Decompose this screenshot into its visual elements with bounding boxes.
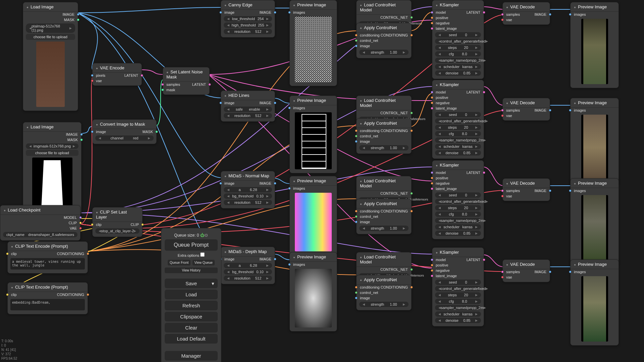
preview-thumbnail <box>295 17 332 82</box>
power-icon: ⏻ <box>200 233 204 238</box>
extra-options-checkbox[interactable] <box>200 252 205 257</box>
preview-thumbnail <box>295 269 332 327</box>
node-preview-out-1[interactable]: Preview Image images <box>570 2 619 88</box>
node-vae-decode-2[interactable]: VAE Decode samplesIMAGE vae <box>502 98 550 121</box>
clear-button[interactable]: Clear <box>165 323 218 333</box>
node-ksampler-3[interactable]: KSamplermodelLATENTpositivenegativelaten… <box>432 160 484 239</box>
node-title[interactable]: CLIP Set Last Layer <box>93 207 142 222</box>
node-midas-normal[interactable]: MiDaS - Normal Map imageIMAGE ◀a6.28▶ ◀b… <box>221 171 275 208</box>
prompt-textarea[interactable]: embedding:BadDream, <box>10 299 85 310</box>
node-preview-out-3[interactable]: Preview Image images <box>570 178 619 264</box>
node-apply-cnet-2[interactable]: Apply ControlNet conditioningCONDITIONIN… <box>356 118 412 154</box>
node-title[interactable]: Set Latent Noise Mask <box>163 67 209 82</box>
node-title[interactable]: VAE Decode <box>503 98 550 108</box>
node-title[interactable]: Apply ControlNet <box>357 199 411 208</box>
node-load-checkpoint[interactable]: Load Checkpoint MODEL CLIP VAE ckpt_name… <box>0 205 80 241</box>
node-preview-normal[interactable]: Preview Image images <box>289 176 337 255</box>
chevron-down-icon: ▾ <box>212 281 214 287</box>
node-title[interactable]: KSampler <box>432 0 484 10</box>
stop-at-widget[interactable]: ◀stop_at_clip_layer-2▶ <box>95 228 140 234</box>
load-button[interactable]: Load <box>165 290 218 299</box>
prompt-textarea[interactable]: a medieval tower, vines running up the w… <box>10 258 85 269</box>
node-title[interactable]: Load Image <box>23 2 78 12</box>
node-title[interactable]: KSampler <box>432 248 484 257</box>
node-preview-canny[interactable]: Preview Image images <box>289 0 337 86</box>
node-convert-image-to-mask[interactable]: Convert Image to Mask imageMASK ◀channel… <box>92 119 157 144</box>
node-title[interactable]: Load Image <box>23 122 81 132</box>
extra-options-row[interactable]: Extra options <box>165 252 218 257</box>
node-apply-cnet-1[interactable]: Apply ControlNet conditioningCONDITIONIN… <box>356 23 412 58</box>
node-title[interactable]: Apply ControlNet <box>357 23 411 33</box>
node-ksampler-4[interactable]: KSamplermodelLATENTpositivenegativelaten… <box>432 247 484 326</box>
node-title[interactable]: MiDaS - Depth Map <box>221 247 275 256</box>
node-title[interactable]: Apply ControlNet <box>357 275 411 285</box>
node-title[interactable]: Load ControlNet Model <box>357 96 411 110</box>
queue-prompt-button[interactable]: Queue Prompt <box>165 239 218 251</box>
view-history-button[interactable]: View History <box>165 267 218 273</box>
node-title[interactable]: Load ControlNet Model <box>357 176 411 191</box>
node-preview-hed[interactable]: Preview Image images <box>289 96 337 173</box>
node-title[interactable]: HED Lines <box>221 91 275 100</box>
node-title[interactable]: Preview Image <box>290 96 337 105</box>
image-thumbnail <box>32 158 72 211</box>
node-title[interactable]: Load Checkpoint <box>0 205 80 215</box>
node-title[interactable]: Apply ControlNet <box>357 119 411 128</box>
save-button[interactable]: Save▾ <box>165 279 218 288</box>
node-title[interactable]: Load ControlNet Model <box>357 252 411 267</box>
node-clip-set-last-layer[interactable]: CLIP Set Last Layer clipCLIP ◀stop_at_cl… <box>92 207 143 237</box>
filename-widget[interactable]: ◀imgmask-512x768.png▶ <box>26 143 78 149</box>
node-apply-cnet-4[interactable]: Apply ControlNet conditioningCONDITIONIN… <box>356 275 412 310</box>
node-title[interactable]: VAE Decode <box>503 260 550 269</box>
node-title[interactable]: Preview Image <box>571 260 619 269</box>
channel-widget[interactable]: ◀channelred▶ <box>95 135 154 141</box>
node-load-image-2[interactable]: Load Image IMAGE MASK ◀imgmask-512x768.p… <box>23 122 82 215</box>
control-panel[interactable]: Queue size: 0 ⏻⚙ Queue Prompt Extra opti… <box>161 228 221 362</box>
node-clip-text-encode-pos[interactable]: CLIP Text Encode (Prompt) clipCONDITIONI… <box>7 241 88 274</box>
node-title[interactable]: CLIP Text Encode (Prompt) <box>8 283 88 292</box>
node-title[interactable]: CLIP Text Encode (Prompt) <box>8 242 88 251</box>
ckpt-widget[interactable]: ckpt_namedreamshaper_8.safetensors <box>3 232 77 237</box>
load-default-button[interactable]: Load Default <box>165 334 218 344</box>
node-ksampler-2[interactable]: KSamplermodelLATENTpositivenegativelaten… <box>432 80 484 159</box>
node-load-image-1[interactable]: Load Image IMAGE MASK ◀ptalmap-512x768 (… <box>23 2 78 111</box>
node-title[interactable]: Load ControlNet Model <box>357 0 411 15</box>
choose-file-button[interactable]: choose file to upload <box>26 150 78 156</box>
choose-file-button[interactable]: choose file to upload <box>26 34 75 40</box>
node-canny-edge[interactable]: Canny Edge imageIMAGE ◀low_threshold254▶… <box>221 0 275 38</box>
queue-front-button[interactable]: Queue Front <box>168 260 191 265</box>
node-title[interactable]: Preview Image <box>290 176 337 186</box>
node-set-latent-noise-mask[interactable]: Set Latent Noise Mask samplesLATENT mask <box>163 67 210 95</box>
refresh-button[interactable]: Refresh <box>165 301 218 310</box>
node-title[interactable]: MiDaS - Normal Map <box>221 171 275 181</box>
node-preview-out-4[interactable]: Preview Image images <box>570 259 619 346</box>
node-preview-depth[interactable]: Preview Image images <box>289 252 337 331</box>
filename-widget[interactable]: ◀ptalmap-512x768 (1).png▶ <box>26 23 75 33</box>
node-title[interactable]: Preview Image <box>571 98 619 108</box>
node-title[interactable]: Convert Image to Mask <box>93 120 156 129</box>
node-title[interactable]: Preview Image <box>290 0 337 10</box>
node-apply-cnet-3[interactable]: Apply ControlNet conditioningCONDITIONIN… <box>356 199 412 234</box>
view-queue-button[interactable]: View Queue <box>193 260 215 265</box>
perf-stats: T: 0.00s I: 0 N: 41 [41] V: 372 FPS:64.5… <box>1 339 17 361</box>
clipspace-button[interactable]: Clipspace <box>165 312 218 321</box>
node-title[interactable]: Preview Image <box>571 179 619 188</box>
node-ksampler-1[interactable]: KSamplermodelLATENTpositivenegativelaten… <box>432 0 484 79</box>
node-title[interactable]: Preview Image <box>571 2 619 12</box>
node-hed-lines[interactable]: HED Lines imageIMAGE ◀safeenable▶ ◀resol… <box>221 90 275 122</box>
node-midas-depth[interactable]: MiDaS - Depth Map imageIMAGE ◀a6.28▶ ◀bg… <box>221 247 275 284</box>
node-title[interactable]: Canny Edge <box>221 0 275 10</box>
node-vae-decode-1[interactable]: VAE Decode samplesIMAGE vae <box>502 2 550 25</box>
node-title[interactable]: VAE Decode <box>503 2 550 12</box>
node-title[interactable]: Preview Image <box>290 252 337 262</box>
node-title[interactable]: VAE Decode <box>503 179 550 188</box>
node-title[interactable]: VAE Encode <box>93 63 142 73</box>
node-vae-decode-4[interactable]: VAE Decode samplesIMAGE vae <box>502 259 550 282</box>
node-vae-encode[interactable]: VAE Encode pixelsLATENT vae <box>92 63 142 86</box>
node-title[interactable]: KSampler <box>432 161 484 170</box>
gear-icon: ⚙ <box>204 233 208 238</box>
node-vae-decode-3[interactable]: VAE Decode samplesIMAGE vae <box>502 178 550 201</box>
manager-button[interactable]: Manager <box>165 351 218 361</box>
node-preview-out-2[interactable]: Preview Image images <box>570 98 619 184</box>
node-title[interactable]: KSampler <box>432 80 484 89</box>
node-clip-text-encode-neg[interactable]: CLIP Text Encode (Prompt) clipCONDITIONI… <box>7 282 88 314</box>
